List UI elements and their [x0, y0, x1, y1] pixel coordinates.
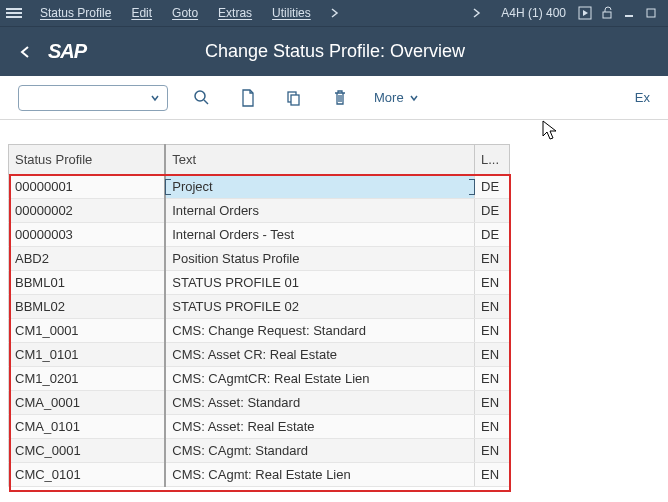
cell-text[interactable]: Position Status Profile	[165, 247, 474, 271]
cell-text[interactable]: Project	[165, 175, 474, 199]
status-profile-table: Status Profile Text L... 00000001Project…	[8, 144, 510, 487]
command-field-combo[interactable]	[18, 85, 168, 111]
cell-language[interactable]: EN	[475, 391, 510, 415]
column-header-status-profile[interactable]: Status Profile	[9, 145, 166, 175]
new-document-icon[interactable]	[236, 86, 260, 110]
cell-status-profile[interactable]: CM1_0201	[9, 367, 166, 391]
table-row[interactable]: CMA_0001CMS: Asset: StandardEN	[9, 391, 510, 415]
cell-status-profile[interactable]: CM1_0101	[9, 343, 166, 367]
cell-status-profile[interactable]: BBML02	[9, 295, 166, 319]
table-row[interactable]: CMA_0101CMS: Asset: Real EstateEN	[9, 415, 510, 439]
sap-logo: SAP	[48, 40, 86, 63]
title-bar: SAP Change Status Profile: Overview	[0, 26, 668, 76]
menu-bar: Status Profile Edit Goto Extras Utilitie…	[0, 0, 668, 26]
table-row[interactable]: CMC_0101CMS: CAgmt: Real Estate LienEN	[9, 463, 510, 487]
cell-status-profile[interactable]: CM1_0001	[9, 319, 166, 343]
cell-language[interactable]: DE	[475, 199, 510, 223]
maximize-icon[interactable]	[644, 6, 658, 20]
system-id-label: A4H (1) 400	[493, 3, 574, 23]
content-area: Status Profile Text L... 00000001Project…	[0, 120, 668, 487]
table-row[interactable]: BBML02STATUS PROFILE 02EN	[9, 295, 510, 319]
cell-status-profile[interactable]: CMA_0001	[9, 391, 166, 415]
cell-language[interactable]: EN	[475, 271, 510, 295]
cell-text[interactable]: Internal Orders - Test	[165, 223, 474, 247]
table-row[interactable]: ABD2Position Status ProfileEN	[9, 247, 510, 271]
cell-language[interactable]: EN	[475, 247, 510, 271]
cell-text[interactable]: CMS: Asset: Standard	[165, 391, 474, 415]
more-menu[interactable]: More	[374, 90, 420, 105]
delete-icon[interactable]	[328, 86, 352, 110]
cell-status-profile[interactable]: CMC_0001	[9, 439, 166, 463]
cell-status-profile[interactable]: 00000002	[9, 199, 166, 223]
cell-text[interactable]: STATUS PROFILE 01	[165, 271, 474, 295]
svg-line-5	[204, 100, 208, 104]
nav-forward-icon[interactable]	[465, 4, 489, 22]
cell-status-profile[interactable]: 00000001	[9, 175, 166, 199]
menu-status-profile[interactable]: Status Profile	[32, 3, 119, 23]
cell-text[interactable]: CMS: Asset: Real Estate	[165, 415, 474, 439]
svg-rect-1	[603, 12, 611, 18]
cell-text[interactable]: CMS: Asset CR: Real Estate	[165, 343, 474, 367]
cell-language[interactable]: EN	[475, 295, 510, 319]
cell-status-profile[interactable]: ABD2	[9, 247, 166, 271]
cell-text[interactable]: Internal Orders	[165, 199, 474, 223]
table-row[interactable]: CM1_0201CMS: CAgmtCR: Real Estate LienEN	[9, 367, 510, 391]
table-row[interactable]: 00000001ProjectDE	[9, 175, 510, 199]
search-icon[interactable]	[190, 86, 214, 110]
table-row[interactable]: CM1_0101CMS: Asset CR: Real EstateEN	[9, 343, 510, 367]
table-row[interactable]: CM1_0001CMS: Change Request: StandardEN	[9, 319, 510, 343]
svg-point-4	[195, 91, 205, 101]
cell-language[interactable]: EN	[475, 319, 510, 343]
table-row[interactable]: BBML01STATUS PROFILE 01EN	[9, 271, 510, 295]
menu-overflow-icon[interactable]	[323, 4, 347, 22]
more-label: More	[374, 90, 404, 105]
cell-status-profile[interactable]: 00000003	[9, 223, 166, 247]
page-title: Change Status Profile: Overview	[106, 41, 564, 62]
svg-rect-3	[647, 9, 655, 17]
cell-text[interactable]: CMS: CAgmt: Standard	[165, 439, 474, 463]
menu-edit[interactable]: Edit	[123, 3, 160, 23]
cell-text[interactable]: CMS: CAgmt: Real Estate Lien	[165, 463, 474, 487]
cell-text[interactable]: CMS: Change Request: Standard	[165, 319, 474, 343]
cell-text[interactable]: STATUS PROFILE 02	[165, 295, 474, 319]
table-row[interactable]: CMC_0001CMS: CAgmt: StandardEN	[9, 439, 510, 463]
cell-language[interactable]: EN	[475, 415, 510, 439]
cell-language[interactable]: EN	[475, 439, 510, 463]
back-button[interactable]	[14, 41, 36, 63]
menu-extras[interactable]: Extras	[210, 3, 260, 23]
cell-status-profile[interactable]: BBML01	[9, 271, 166, 295]
table-row[interactable]: 00000003Internal Orders - TestDE	[9, 223, 510, 247]
menu-goto[interactable]: Goto	[164, 3, 206, 23]
toolbar-right-action[interactable]: Ex	[635, 90, 650, 105]
cell-status-profile[interactable]: CMA_0101	[9, 415, 166, 439]
svg-rect-7	[291, 95, 299, 105]
minimize-icon[interactable]	[622, 6, 636, 20]
play-icon[interactable]	[578, 6, 592, 20]
cell-text[interactable]: CMS: CAgmtCR: Real Estate Lien	[165, 367, 474, 391]
cell-language[interactable]: EN	[475, 343, 510, 367]
menu-utilities[interactable]: Utilities	[264, 3, 319, 23]
hamburger-menu-icon[interactable]	[6, 5, 22, 21]
cell-language[interactable]: EN	[475, 367, 510, 391]
cell-language[interactable]: EN	[475, 463, 510, 487]
cell-language[interactable]: DE	[475, 223, 510, 247]
cell-language[interactable]: DE	[475, 175, 510, 199]
unlock-icon[interactable]	[600, 6, 614, 20]
cell-status-profile[interactable]: CMC_0101	[9, 463, 166, 487]
column-header-language[interactable]: L...	[475, 145, 510, 175]
table-row[interactable]: 00000002Internal OrdersDE	[9, 199, 510, 223]
toolbar: More Ex	[0, 76, 668, 120]
column-header-text[interactable]: Text	[165, 145, 474, 175]
copy-icon[interactable]	[282, 86, 306, 110]
